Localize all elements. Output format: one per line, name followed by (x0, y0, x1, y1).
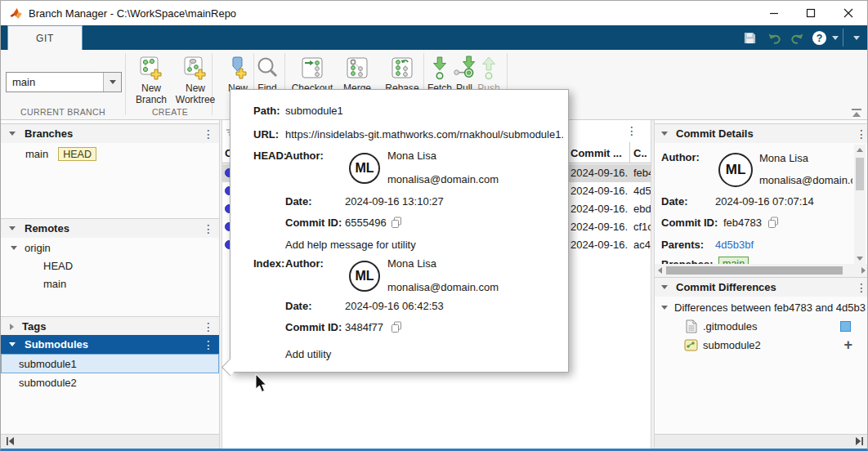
kebab-menu-icon[interactable] (203, 321, 211, 333)
diff-file-row[interactable]: submodule2 + (655, 336, 868, 354)
scrollbar-thumb[interactable] (666, 266, 843, 275)
kebab-menu-icon[interactable] (203, 339, 211, 351)
diff-file-row[interactable]: .gitmodules (655, 317, 868, 335)
current-branch-combobox[interactable]: main (6, 72, 122, 92)
submodule-name: submodule1 (19, 358, 77, 370)
remote-row-head[interactable]: HEAD (1, 257, 219, 275)
find-button[interactable]: Find (244, 55, 290, 94)
section-header-commit-details[interactable]: Commit Details (655, 123, 868, 143)
diff-file-name: .gitmodules (703, 320, 757, 333)
date-label: Date: (285, 195, 312, 208)
parents-label: Parents: (661, 239, 704, 251)
close-button[interactable] (831, 1, 866, 25)
remote-row-main[interactable]: main (1, 275, 219, 292)
undo-button[interactable] (766, 30, 784, 45)
window-title: Branch Manager - C:\WorkSpace\mainRepo (29, 7, 236, 20)
redo-button[interactable] (788, 30, 806, 45)
rebase-button[interactable]: Rebase (379, 55, 425, 94)
create-section-label: CREATE (128, 107, 212, 117)
matlab-logo-icon (9, 7, 23, 20)
chevron-down-icon (9, 342, 16, 346)
commit-id-value: 3484f77 (345, 321, 383, 333)
button-label: New (128, 83, 174, 94)
path-value: submodule1 (285, 105, 343, 117)
help-icon: ? (812, 30, 827, 46)
remote-row-origin[interactable]: origin (1, 239, 219, 257)
scroll-up-icon[interactable] (857, 148, 863, 152)
kebab-menu-icon[interactable] (626, 125, 634, 136)
parent-commit-link[interactable]: 4d5b3bf (715, 239, 754, 251)
kebab-menu-icon[interactable] (203, 128, 211, 140)
file-icon (686, 319, 697, 333)
current-branch-value: main (7, 76, 103, 88)
avatar: ML (349, 261, 380, 292)
column-header-commit-id[interactable]: C.. (633, 147, 650, 159)
undo-icon (767, 31, 782, 44)
close-icon (843, 8, 853, 18)
copy-button[interactable] (767, 217, 779, 231)
collapse-toolstrip-button[interactable] (851, 109, 862, 121)
copy-button[interactable] (391, 321, 402, 336)
scroll-down-icon[interactable] (857, 257, 863, 261)
column-header-commit[interactable]: Commit ... (570, 147, 626, 159)
submodule-row[interactable]: submodule2 (1, 373, 219, 391)
date-label: Date: (661, 195, 688, 208)
author-name: Mona Lisa (759, 152, 852, 164)
section-title: Commit Differences (676, 281, 776, 293)
commit-id-value: 6555496 (345, 217, 387, 229)
branch-row-main[interactable]: main HEAD (1, 145, 219, 163)
push-button[interactable]: Push (477, 55, 501, 94)
merge-button[interactable]: Merge (334, 55, 380, 94)
submodule-details-popup: Path: submodule1 URL: https://insidelabs… (230, 89, 569, 373)
collapse-right-panel-button[interactable] (855, 436, 865, 449)
maximize-button[interactable] (794, 1, 828, 25)
section-header-commit-differences[interactable]: Commit Differences (655, 277, 868, 297)
submodule-row-selected[interactable]: submodule1 (1, 354, 219, 373)
kebab-menu-icon[interactable] (856, 128, 864, 140)
new-branch-button[interactable]: NewBranch (128, 55, 174, 105)
copy-button[interactable] (391, 217, 402, 231)
submodule-icon (684, 339, 698, 351)
checkout-button[interactable]: Checkout (289, 55, 335, 94)
tab-git[interactable]: GIT (7, 25, 83, 50)
author-email: monalisa@domain.com (387, 281, 499, 293)
chevron-down-icon (661, 285, 668, 289)
minimize-button[interactable] (757, 1, 791, 25)
help-button[interactable]: ? (810, 30, 828, 45)
step-right-icon (855, 436, 865, 446)
chevron-down-icon (661, 132, 668, 136)
vertical-scrollbar[interactable] (854, 145, 866, 264)
scrollbar-thumb[interactable] (856, 158, 864, 190)
author-email: monalisa@domain.com (759, 174, 852, 186)
section-header-submodules[interactable]: Submodules (1, 335, 219, 354)
section-header-branches[interactable]: Branches (1, 123, 219, 143)
titlebar: Branch Manager - C:\WorkSpace\mainRepo (1, 1, 867, 25)
avatar: ML (349, 153, 380, 184)
commit-id-label: Commit ID: (285, 217, 342, 229)
save-icon (743, 31, 757, 45)
save-button[interactable] (740, 30, 758, 45)
fetch-button[interactable]: Fetch (427, 55, 452, 94)
author-label: Author: (285, 150, 324, 162)
ribbon-options-button[interactable] (848, 30, 866, 45)
combo-dropdown-button[interactable] (103, 73, 121, 92)
chevron-down-icon (832, 36, 839, 40)
date-label: Date: (285, 300, 312, 312)
scroll-right-icon[interactable] (861, 267, 866, 274)
new-worktree-icon (182, 55, 208, 81)
section-header-tags[interactable]: Tags (1, 316, 219, 336)
chevron-down-icon (853, 36, 860, 40)
help-dropdown-button[interactable] (826, 30, 844, 45)
scroll-left-icon[interactable] (658, 267, 662, 274)
url-label: URL: (253, 128, 279, 141)
pull-button[interactable]: Pull (452, 55, 477, 94)
kebab-menu-icon[interactable] (856, 282, 864, 293)
diff-group-row[interactable]: Differences between feb4783 and 4d5b3bf (655, 299, 868, 316)
section-title: Commit Details (676, 127, 754, 140)
section-header-remotes[interactable]: Remotes (1, 218, 219, 238)
collapse-left-panel-button[interactable] (5, 436, 15, 449)
new-worktree-button[interactable]: NewWorktree (172, 55, 218, 105)
collapse-ribbon-icon (851, 109, 862, 118)
horizontal-scrollbar[interactable] (655, 264, 868, 277)
kebab-menu-icon[interactable] (203, 223, 211, 234)
